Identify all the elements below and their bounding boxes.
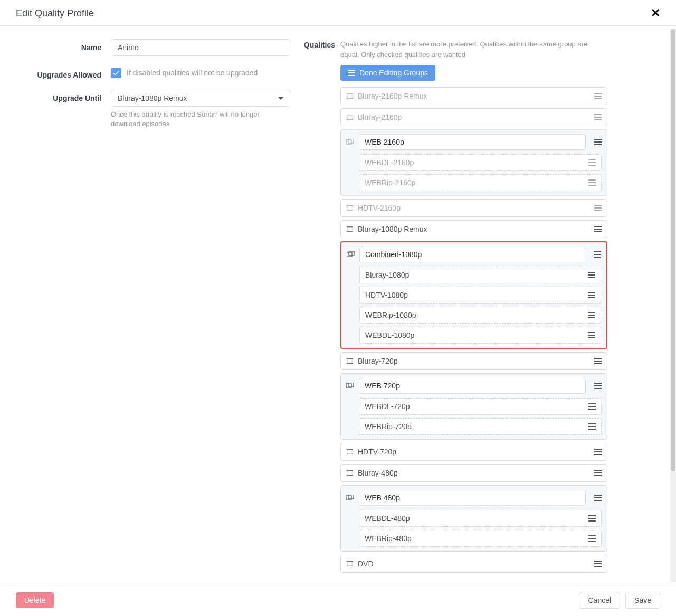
group-name-input[interactable]	[359, 134, 586, 150]
svg-rect-73	[594, 451, 602, 452]
svg-rect-76	[347, 471, 348, 476]
svg-rect-54	[351, 359, 353, 364]
drag-handle-icon[interactable]	[588, 332, 595, 338]
quality-label: Bluray-2160p Remux	[358, 92, 427, 100]
group-item[interactable]: WEBRip-720p	[359, 418, 602, 435]
group-item[interactable]: WEBRip-480p	[359, 530, 602, 547]
svg-rect-63	[588, 403, 596, 404]
quality-group: WEBDL-720pWEBRip-720p	[340, 373, 607, 440]
scrollbar-thumb[interactable]	[671, 29, 675, 471]
group-item[interactable]: WEBDL-720p	[359, 398, 602, 415]
group-icon	[346, 494, 355, 501]
close-icon: ✕	[651, 6, 660, 20]
svg-rect-12	[346, 140, 351, 144]
drag-handle-icon[interactable]	[588, 423, 596, 430]
group-name-input[interactable]	[359, 378, 586, 394]
drag-handle-icon[interactable]	[594, 470, 602, 476]
quality-row[interactable]: HDTV-720p	[340, 443, 607, 461]
svg-rect-85	[594, 500, 602, 501]
upgrade-until-select[interactable]: Bluray-1080p Remux	[111, 90, 290, 107]
group-item[interactable]: HDTV-1080p	[359, 287, 601, 304]
group-name-input[interactable]	[359, 490, 586, 506]
group-item-label: HDTV-1080p	[365, 291, 408, 299]
delete-button[interactable]: Delete	[16, 592, 54, 608]
scrollbar[interactable]	[670, 29, 676, 582]
svg-rect-41	[588, 274, 595, 276]
upgrades-allowed-checkbox[interactable]	[111, 68, 121, 78]
list-icon	[348, 70, 355, 76]
svg-rect-67	[588, 426, 596, 427]
drag-handle-icon[interactable]	[588, 179, 596, 186]
svg-rect-65	[588, 409, 596, 410]
drag-handle-icon[interactable]	[588, 403, 596, 410]
svg-rect-5	[594, 98, 602, 99]
upgrade-until-help: Once this quality is reached Sonarr will…	[111, 110, 290, 129]
drag-handle-icon[interactable]	[594, 358, 602, 364]
drag-handle-icon[interactable]	[594, 561, 602, 567]
svg-rect-46	[588, 312, 595, 313]
group-item[interactable]: WEBDL-1080p	[359, 327, 601, 344]
svg-rect-17	[588, 159, 596, 160]
quality-row[interactable]: DVD	[340, 555, 607, 573]
name-input[interactable]	[111, 39, 290, 56]
svg-rect-13	[348, 139, 354, 143]
group-item[interactable]: WEBRip-1080p	[359, 307, 601, 324]
drag-handle-icon[interactable]	[594, 251, 601, 258]
quality-row[interactable]: Bluray-480p	[340, 464, 607, 482]
svg-rect-10	[594, 117, 602, 118]
group-item[interactable]: WEBDL-480p	[359, 510, 602, 527]
quality-row[interactable]: HDTV-2160p	[340, 199, 607, 217]
svg-rect-45	[588, 297, 595, 298]
drag-handle-icon[interactable]	[594, 495, 602, 501]
qualities-hint: Qualities higher in the list are more pr…	[340, 39, 607, 60]
group-item[interactable]: Bluray-1080p	[359, 267, 601, 283]
drag-handle-icon[interactable]	[594, 449, 602, 455]
svg-rect-33	[594, 229, 602, 230]
group-icon	[346, 138, 355, 146]
svg-rect-16	[594, 144, 602, 145]
save-button[interactable]: Save	[625, 592, 660, 609]
svg-rect-58	[346, 384, 351, 388]
drag-handle-icon[interactable]	[588, 515, 596, 522]
svg-rect-56	[594, 361, 602, 362]
group-item[interactable]: WEBDL-2160p	[359, 154, 602, 171]
quality-row[interactable]: Bluray-1080p Remux	[340, 220, 607, 238]
group-name-input[interactable]	[359, 247, 585, 262]
quality-label: HDTV-720p	[358, 448, 396, 456]
upgrade-until-label: Upgrade Until	[16, 90, 111, 129]
drag-handle-icon[interactable]	[588, 272, 595, 278]
drag-handle-icon[interactable]	[588, 535, 596, 542]
drag-handle-icon[interactable]	[594, 139, 602, 145]
svg-rect-1	[347, 94, 348, 99]
svg-rect-26	[594, 205, 602, 206]
svg-rect-21	[588, 182, 596, 183]
group-item[interactable]: WEBRip-2160p	[359, 174, 602, 191]
svg-rect-31	[351, 227, 353, 232]
drag-handle-icon[interactable]	[594, 93, 602, 99]
quality-row[interactable]: Bluray-2160p Remux	[340, 87, 607, 105]
svg-rect-80	[594, 475, 602, 476]
svg-rect-94	[351, 562, 353, 566]
svg-rect-55	[594, 358, 602, 359]
svg-rect-49	[588, 332, 595, 333]
group-item-label: Bluray-1080p	[365, 271, 409, 279]
svg-rect-9	[594, 114, 602, 115]
group-icon	[347, 251, 355, 258]
drag-handle-icon[interactable]	[594, 205, 602, 211]
group-item-label: WEBRip-720p	[365, 422, 412, 431]
done-editing-groups-button[interactable]: Done Editing Groups	[340, 65, 435, 81]
svg-rect-53	[347, 359, 348, 364]
svg-rect-79	[594, 472, 602, 473]
quality-row[interactable]: Bluray-2160p	[340, 108, 607, 126]
quality-row[interactable]: Bluray-720p	[340, 352, 607, 370]
close-button[interactable]: ✕	[651, 7, 660, 19]
drag-handle-icon[interactable]	[594, 226, 602, 232]
drag-handle-icon[interactable]	[588, 159, 596, 166]
svg-rect-37	[594, 251, 601, 252]
drag-handle-icon[interactable]	[588, 292, 595, 298]
drag-handle-icon[interactable]	[588, 312, 595, 318]
drag-handle-icon[interactable]	[594, 383, 602, 389]
quality-group: Bluray-1080pHDTV-1080pWEBRip-1080pWEBDL-…	[340, 241, 607, 349]
drag-handle-icon[interactable]	[594, 114, 602, 120]
cancel-button[interactable]: Cancel	[579, 592, 620, 609]
